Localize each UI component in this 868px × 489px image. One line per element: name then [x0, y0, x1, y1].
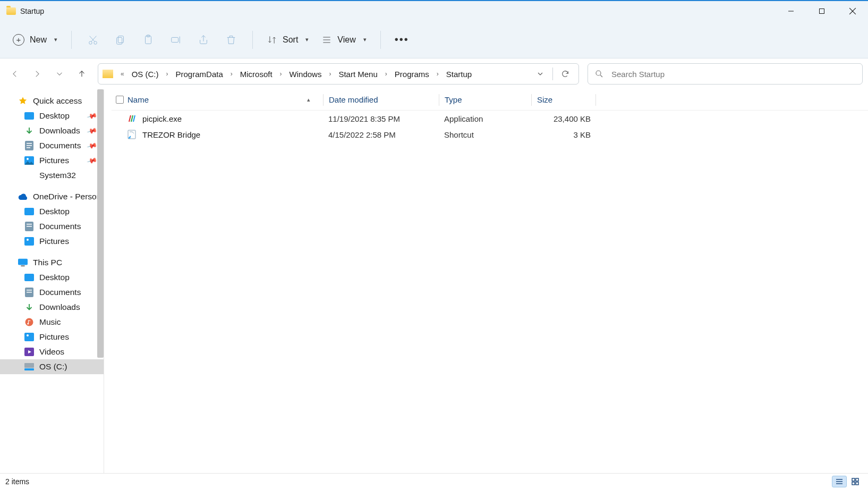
cloud-icon [18, 192, 28, 201]
desktop-icon [24, 111, 34, 121]
file-name: TREZOR Bridge [142, 130, 200, 139]
app-icon [127, 114, 137, 123]
sidebar-item-downloads[interactable]: Downloads📌 [0, 123, 104, 138]
breadcrumb-seg[interactable]: OS (C:) [130, 68, 161, 81]
view-label: View [337, 35, 355, 45]
svg-point-38 [25, 318, 33, 326]
breadcrumb-seg[interactable]: ProgramData [174, 68, 225, 81]
recent-button[interactable] [50, 64, 69, 83]
sidebar-item-pc-music[interactable]: Music [0, 315, 104, 330]
paste-button[interactable] [135, 28, 161, 52]
breadcrumb-seg[interactable]: Start Menu [336, 68, 379, 81]
close-button[interactable] [837, 1, 868, 22]
share-button[interactable] [191, 28, 216, 52]
window-title: Startup [20, 7, 44, 15]
view-button[interactable]: View ▾ [316, 31, 371, 48]
column-header-date[interactable]: Date modified [324, 95, 439, 104]
file-row[interactable]: picpick.exe 11/19/2021 8:35 PM Applicati… [112, 111, 868, 127]
search-input[interactable] [611, 70, 856, 79]
file-row[interactable]: TREZOR Bridge 4/15/2022 2:58 PM Shortcut… [112, 127, 868, 142]
star-icon [18, 96, 28, 106]
picture-icon [24, 237, 34, 246]
svg-rect-51 [852, 482, 855, 485]
sidebar-item-documents[interactable]: Documents📌 [0, 138, 104, 153]
breadcrumb-seg[interactable]: Startup [444, 68, 474, 81]
sort-icon [267, 35, 277, 45]
up-button[interactable] [72, 64, 91, 83]
thumbnails-view-button[interactable] [848, 476, 863, 487]
svg-rect-23 [27, 147, 30, 148]
download-icon [24, 302, 34, 312]
breadcrumb-dropdown[interactable] [531, 70, 549, 78]
sidebar-group-quick-access[interactable]: Quick access [0, 94, 104, 108]
sidebar-group-thispc[interactable]: This PC [0, 255, 104, 270]
breadcrumb-seg[interactable]: Programs [393, 68, 431, 81]
file-name: picpick.exe [142, 114, 182, 123]
sidebar-item-pc-videos[interactable]: Videos [0, 344, 104, 359]
sidebar-item-desktop[interactable]: Desktop📌 [0, 108, 104, 123]
chevron-right-icon: › [228, 70, 235, 78]
chevron-right-icon: › [435, 70, 441, 78]
desktop-icon [24, 273, 34, 282]
sort-label: Sort [283, 35, 298, 45]
svg-rect-1 [820, 9, 824, 14]
back-button[interactable] [5, 64, 24, 83]
sidebar-item-od-desktop[interactable]: Desktop [0, 204, 104, 219]
column-header-name[interactable]: Name▴ [127, 95, 323, 104]
svg-rect-40 [24, 333, 34, 341]
column-resizer[interactable] [595, 94, 596, 106]
svg-point-17 [596, 71, 601, 75]
picture-icon [24, 156, 34, 165]
breadcrumb-seg[interactable]: Windows [287, 68, 324, 81]
video-icon [24, 347, 34, 357]
maximize-button[interactable] [806, 1, 837, 22]
document-icon [24, 222, 34, 231]
search-box[interactable] [588, 63, 863, 85]
sidebar-item-pc-documents[interactable]: Documents [0, 285, 104, 300]
svg-rect-50 [856, 478, 858, 481]
sidebar-item-pc-osc[interactable]: OS (C:) [0, 359, 104, 374]
svg-rect-32 [18, 259, 28, 265]
sidebar-item-system32[interactable]: System32 [0, 168, 104, 183]
details-view-button[interactable] [832, 476, 847, 487]
svg-rect-29 [27, 226, 32, 227]
chevron-down-icon: ▾ [54, 36, 57, 43]
breadcrumb-bar[interactable]: « OS (C:) › ProgramData › Microsoft › Wi… [98, 63, 579, 85]
breadcrumb-ellipsis[interactable]: « [118, 70, 126, 78]
sidebar: Quick access Desktop📌 Downloads📌 Documen… [0, 89, 104, 473]
select-all-checkbox[interactable] [112, 96, 127, 104]
pc-icon [18, 258, 28, 267]
new-button[interactable]: + New ▾ [7, 31, 63, 49]
folder-icon [24, 171, 34, 180]
more-button[interactable]: ••• [389, 30, 414, 49]
sidebar-item-pc-pictures[interactable]: Pictures [0, 330, 104, 344]
sidebar-item-pc-desktop[interactable]: Desktop [0, 270, 104, 285]
delete-button[interactable] [218, 28, 244, 52]
forward-button[interactable] [28, 64, 47, 83]
sidebar-item-pc-downloads[interactable]: Downloads [0, 300, 104, 315]
file-type: Application [439, 114, 531, 123]
minimize-button[interactable] [776, 1, 806, 22]
breadcrumb-seg[interactable]: Microsoft [238, 68, 275, 81]
file-date: 11/19/2021 8:35 PM [323, 114, 439, 123]
separator [552, 68, 553, 80]
sidebar-group-label: OneDrive - Person [33, 192, 98, 201]
sidebar-group-onedrive[interactable]: OneDrive - Person [0, 189, 104, 204]
cut-button[interactable] [80, 28, 106, 52]
column-header-row: Name▴ Date modified Type Size [112, 89, 868, 111]
svg-rect-44 [24, 368, 34, 370]
refresh-button[interactable] [556, 70, 574, 78]
sidebar-item-pictures[interactable]: Pictures📌 [0, 153, 104, 168]
sidebar-item-od-pictures[interactable]: Pictures [0, 234, 104, 249]
svg-rect-33 [21, 265, 24, 266]
folder-icon [6, 7, 16, 15]
sidebar-scrollbar[interactable] [97, 89, 104, 358]
column-header-type[interactable]: Type [439, 95, 531, 104]
desktop-icon [24, 207, 34, 216]
sort-button[interactable]: Sort ▾ [261, 31, 314, 48]
document-icon [24, 288, 34, 297]
sidebar-item-od-documents[interactable]: Documents [0, 219, 104, 234]
rename-button[interactable] [163, 28, 189, 52]
column-header-size[interactable]: Size [532, 95, 595, 104]
copy-button[interactable] [108, 28, 133, 52]
